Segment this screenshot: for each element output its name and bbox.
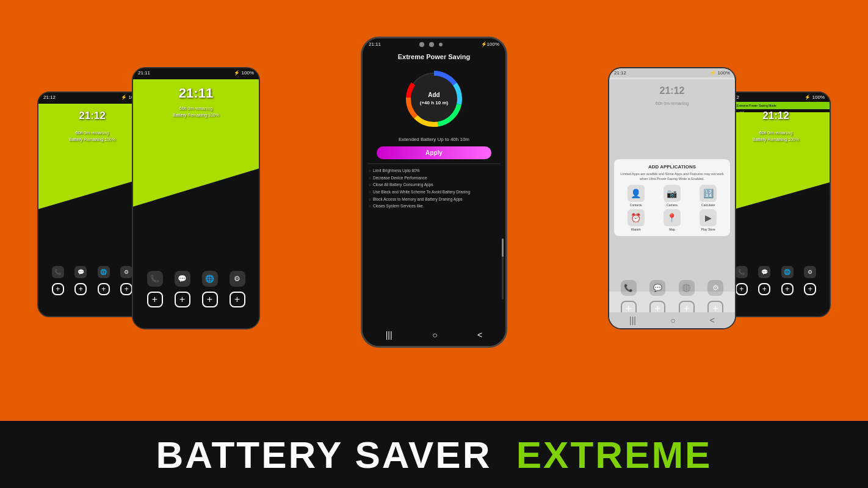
divider (367, 163, 501, 164)
settings-icon-ml: ⚙ (230, 271, 245, 287)
msg-icon-ml: 💬 (175, 271, 190, 287)
msg-icon-fr: 💬 (758, 266, 770, 278)
phone-far-left: 21:12 ⚡ 100% 21:12 60h 0m remaning Batte… (37, 92, 147, 317)
app-playstore: ▶ Play Store (692, 209, 725, 231)
ring-label: Add (420, 91, 448, 99)
scroll-thumb (502, 239, 504, 257)
add-apps-overlay: ADD APPLICATIONS Limited Apps are availb… (614, 159, 730, 236)
status-bar-mid-right: 21:12 ⚡ 100% (609, 68, 735, 77)
phone-mid-right: 21:12 ⚡ 100% 21:12 60h 0m remaning ADD A… (608, 67, 736, 329)
feature-1: ○ Limit Brightness Upto 80% (369, 167, 499, 174)
add-apps-title: ADD APPLICATIONS (619, 164, 725, 170)
camera-icon: 📷 (664, 185, 681, 202)
title-part2: EXTREME (516, 434, 712, 476)
phone-far-right: 21:12 ⚡ 100% Disable Extreme Power Savin… (721, 92, 831, 317)
extended-text: Extended Battery Up to 40h 10m (363, 137, 505, 142)
contacts-icon: 👤 (627, 185, 645, 202)
camera-dot-3 (439, 43, 443, 46)
add-3: + (98, 283, 110, 295)
map-icon: 📍 (664, 209, 681, 226)
disable-banner: Disable Extreme Power Saving Mode (722, 102, 830, 109)
phone-center: 21:11 ⚡100% Extreme Power Saving (361, 37, 507, 348)
clock-far-left: 21:12 (38, 110, 146, 122)
app-map: 📍 Map (655, 209, 689, 231)
browser-icon-fr: 🌐 (781, 266, 794, 278)
camera-dot-2 (429, 42, 434, 47)
add-ml-2: + (175, 292, 190, 307)
calculator-icon: 🔢 (700, 185, 717, 202)
add-fr-2: + (758, 283, 770, 295)
battery-far-right: 60h 0m remaning Battery Remaning 100% (722, 129, 830, 143)
scroll-indicator (502, 239, 504, 300)
phone-icon: 📞 (52, 266, 64, 278)
clock-mid-right: 21:12 (609, 85, 735, 96)
add-fr-3: + (781, 283, 794, 295)
bottom-title-bar: BATTERY SAVER EXTREME (0, 421, 868, 488)
center-status-bar: 21:11 ⚡100% (363, 38, 505, 48)
add-ml-4: + (230, 292, 245, 307)
ring-container: Add (+40 h 10 m) (363, 65, 505, 132)
icon-row-2-mid-left: + + + + (136, 289, 256, 310)
icons-area-far-left: 📞 💬 🌐 ⚙ + + + + (38, 264, 146, 298)
msg-icon: 💬 (74, 266, 87, 278)
settings-icon-fr: ⚙ (804, 266, 816, 278)
phone-mid-right-screen: 21:12 ⚡ 100% 21:12 60h 0m remaning ADD A… (609, 68, 735, 328)
status-bar-far-left: 21:12 ⚡ 100% (38, 93, 146, 102)
ring-center: Add (+40 h 10 m) (420, 91, 448, 106)
add-ml-3: + (202, 292, 218, 307)
features-list: ○ Limit Brightness Upto 80% ○ Decrease D… (363, 166, 505, 211)
nav-center: ||| ○ < (363, 327, 505, 343)
settings-icon-mr: ⚙ (707, 280, 723, 296)
icon-row-2-far-left: + + + + (42, 281, 143, 298)
phone-mid-left: 21:11 ⚡ 100% 21:11 60h 0m remaning Batte… (132, 67, 260, 329)
battery-mid-left: 60h 0m remaning Battery Remaning 100% (133, 105, 259, 118)
phone-icon-fr: 📞 (736, 266, 748, 278)
feature-4: ○ Use Black and White Scheme To Avoid Ba… (369, 188, 499, 196)
phone-center-screen: 21:11 ⚡100% Extreme Power Saving (363, 38, 505, 346)
apps-grid: 👤 Contacts 📷 Camera 🔢 Calculator ⏰ Alara… (619, 185, 725, 231)
battery-far-left: 60h 0m remaning Battery Remaning 100% (38, 129, 146, 143)
phones-container: 21:12 ⚡ 100% 21:12 60h 0m remaning Batte… (37, 18, 831, 421)
title-part1: BATTERY SAVER (156, 434, 492, 476)
phone-mid-left-screen: 21:11 ⚡ 100% 21:11 60h 0m remaning Batte… (133, 68, 259, 328)
status-bar-far-right: 21:12 ⚡ 100% (722, 93, 830, 102)
phone-icon-ml: 📞 (147, 271, 163, 287)
add-fr-4: + (804, 283, 816, 295)
time-far-left: 21:12 (43, 95, 56, 100)
browser-icon-mr: 🌐 (679, 280, 695, 296)
add-1: + (52, 283, 64, 295)
app-alarm: ⏰ Alaram (619, 209, 653, 231)
feature-6: ○ Closes System Services like (369, 203, 499, 210)
alarm-icon: ⏰ (627, 209, 645, 226)
add-4: + (120, 283, 132, 295)
add-fr-1: + (736, 283, 748, 295)
add-apps-subtitle: Limited Apps are availble and Some Apps … (619, 172, 725, 181)
phone-far-left-screen: 21:12 ⚡ 100% 21:12 60h 0m remaning Batte… (38, 93, 146, 316)
app-calculator: 🔢 Calculator (692, 185, 725, 207)
center-time: 21:11 (369, 41, 381, 47)
icons-area-far-right: 📞 💬 🌐 ⚙ + + + + (722, 264, 830, 298)
clock-mid-left: 21:11 (133, 85, 259, 101)
icons-area-mid-left: 📞 💬 🌐 ⚙ + + + + (133, 268, 259, 310)
feature-3: ○ Close All Battery Consuming Apps (369, 181, 499, 188)
ring-sublabel: (+40 h 10 m) (420, 99, 448, 106)
feature-5: ○ Block Access to Memory and Battery Dra… (369, 196, 499, 203)
browser-icon-ml: 🌐 (202, 271, 218, 287)
time-mid-left: 21:11 (138, 70, 150, 76)
app-contacts: 👤 Contacts (619, 185, 653, 207)
add-ml-1: + (147, 292, 163, 307)
battery-mid-right: 60h 0m remaning (609, 101, 735, 106)
icon-row-1-mid-left: 📞 💬 🌐 ⚙ (136, 268, 256, 289)
camera-dot-1 (419, 42, 424, 47)
browser-icon: 🌐 (98, 266, 110, 278)
settings-icon: ⚙ (120, 266, 132, 278)
msg-icon-mr: 💬 (649, 280, 665, 296)
apply-button[interactable]: Apply (377, 146, 491, 159)
phone-icon-mr: 📞 (621, 280, 637, 296)
status-bar-mid-left: 21:11 ⚡ 100% (133, 68, 259, 77)
add-2: + (74, 283, 87, 295)
clock-far-right: 21:12 (722, 110, 830, 122)
feature-2: ○ Decrease Device Performance (369, 174, 499, 182)
nav-mid-right: ||| ○ < (609, 312, 735, 328)
playstore-icon: ▶ (700, 209, 717, 226)
